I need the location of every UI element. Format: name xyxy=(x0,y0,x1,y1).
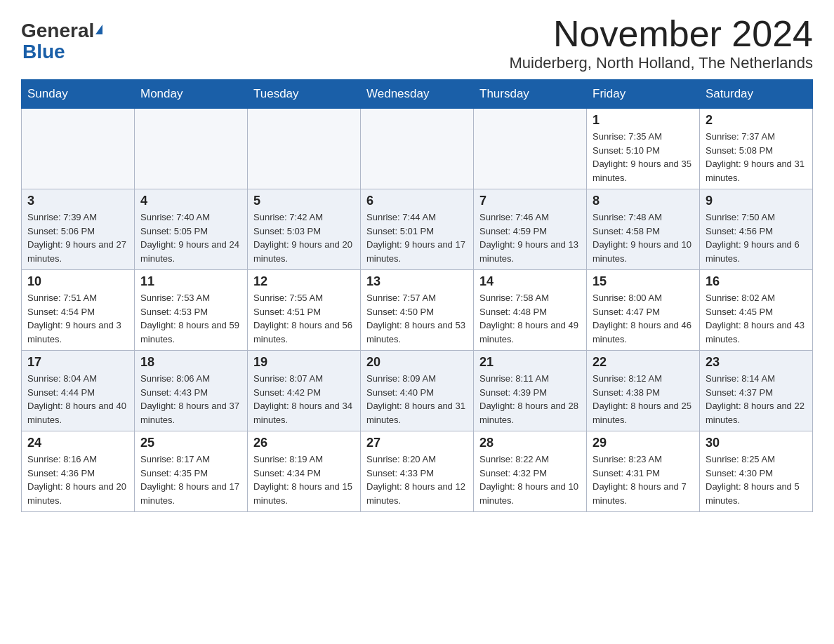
day-number: 24 xyxy=(27,436,128,450)
day-number: 9 xyxy=(706,194,807,208)
day-info: Sunrise: 8:12 AMSunset: 4:38 PMDaylight:… xyxy=(593,373,691,425)
header-sunday: Sunday xyxy=(22,80,135,109)
day-info: Sunrise: 8:22 AMSunset: 4:32 PMDaylight:… xyxy=(479,454,578,506)
day-info: Sunrise: 8:25 AMSunset: 4:30 PMDaylight:… xyxy=(706,454,800,506)
day-info: Sunrise: 8:11 AMSunset: 4:39 PMDaylight:… xyxy=(479,373,578,425)
location-subtitle: Muiderberg, North Holland, The Netherlan… xyxy=(510,54,814,72)
table-row: 26Sunrise: 8:19 AMSunset: 4:34 PMDayligh… xyxy=(248,431,361,512)
day-number: 14 xyxy=(479,274,581,289)
calendar-week-row: 3Sunrise: 7:39 AMSunset: 5:06 PMDaylight… xyxy=(22,189,813,270)
day-info: Sunrise: 7:39 AMSunset: 5:06 PMDaylight:… xyxy=(27,212,126,264)
day-info: Sunrise: 8:04 AMSunset: 4:44 PMDaylight:… xyxy=(27,373,126,425)
table-row: 25Sunrise: 8:17 AMSunset: 4:35 PMDayligh… xyxy=(135,431,248,512)
logo-triangle-icon xyxy=(95,25,102,34)
day-info: Sunrise: 8:06 AMSunset: 4:43 PMDaylight:… xyxy=(140,373,239,425)
day-number: 25 xyxy=(140,436,241,450)
day-info: Sunrise: 7:35 AMSunset: 5:10 PMDaylight:… xyxy=(593,131,691,183)
title-area: November 2024 Muiderberg, North Holland,… xyxy=(510,14,814,72)
day-number: 11 xyxy=(140,274,241,289)
table-row: 11Sunrise: 7:53 AMSunset: 4:53 PMDayligh… xyxy=(135,270,248,351)
logo-blue: Blue xyxy=(21,42,65,62)
calendar-week-row: 24Sunrise: 8:16 AMSunset: 4:36 PMDayligh… xyxy=(22,431,813,512)
table-row xyxy=(248,109,361,189)
page-header: General Blue November 2024 Muiderberg, N… xyxy=(21,14,813,72)
day-number: 29 xyxy=(593,436,694,450)
header-tuesday: Tuesday xyxy=(248,80,361,109)
day-info: Sunrise: 7:51 AMSunset: 4:54 PMDaylight:… xyxy=(27,293,121,344)
day-info: Sunrise: 8:20 AMSunset: 4:33 PMDaylight:… xyxy=(366,454,465,506)
day-number: 4 xyxy=(140,194,241,208)
table-row xyxy=(361,109,474,189)
table-row: 29Sunrise: 8:23 AMSunset: 4:31 PMDayligh… xyxy=(587,431,700,512)
day-info: Sunrise: 7:50 AMSunset: 4:56 PMDaylight:… xyxy=(706,212,800,264)
day-info: Sunrise: 7:37 AMSunset: 5:08 PMDaylight:… xyxy=(706,131,805,183)
day-info: Sunrise: 7:46 AMSunset: 4:59 PMDaylight:… xyxy=(479,212,578,264)
day-number: 22 xyxy=(593,355,694,370)
day-number: 7 xyxy=(479,194,581,208)
day-info: Sunrise: 8:17 AMSunset: 4:35 PMDaylight:… xyxy=(140,454,239,506)
day-info: Sunrise: 7:44 AMSunset: 5:01 PMDaylight:… xyxy=(366,212,465,264)
table-row: 18Sunrise: 8:06 AMSunset: 4:43 PMDayligh… xyxy=(135,351,248,431)
day-number: 5 xyxy=(253,194,355,208)
header-saturday: Saturday xyxy=(700,80,813,109)
day-number: 21 xyxy=(479,355,581,370)
day-number: 30 xyxy=(706,436,807,450)
day-number: 28 xyxy=(479,436,581,450)
day-info: Sunrise: 8:07 AMSunset: 4:42 PMDaylight:… xyxy=(253,373,352,425)
table-row: 12Sunrise: 7:55 AMSunset: 4:51 PMDayligh… xyxy=(248,270,361,351)
table-row: 19Sunrise: 8:07 AMSunset: 4:42 PMDayligh… xyxy=(248,351,361,431)
day-number: 16 xyxy=(706,274,807,289)
day-info: Sunrise: 7:57 AMSunset: 4:50 PMDaylight:… xyxy=(366,293,465,344)
header-monday: Monday xyxy=(135,80,248,109)
table-row: 6Sunrise: 7:44 AMSunset: 5:01 PMDaylight… xyxy=(361,189,474,270)
table-row xyxy=(474,109,587,189)
day-number: 20 xyxy=(366,355,468,370)
day-info: Sunrise: 7:48 AMSunset: 4:58 PMDaylight:… xyxy=(593,212,691,264)
day-number: 23 xyxy=(706,355,807,370)
table-row: 10Sunrise: 7:51 AMSunset: 4:54 PMDayligh… xyxy=(22,270,135,351)
table-row: 24Sunrise: 8:16 AMSunset: 4:36 PMDayligh… xyxy=(22,431,135,512)
day-number: 26 xyxy=(253,436,355,450)
day-number: 27 xyxy=(366,436,468,450)
day-info: Sunrise: 8:14 AMSunset: 4:37 PMDaylight:… xyxy=(706,373,805,425)
day-number: 13 xyxy=(366,274,468,289)
weekday-header-row: Sunday Monday Tuesday Wednesday Thursday… xyxy=(22,80,813,109)
table-row: 21Sunrise: 8:11 AMSunset: 4:39 PMDayligh… xyxy=(474,351,587,431)
table-row: 23Sunrise: 8:14 AMSunset: 4:37 PMDayligh… xyxy=(700,351,813,431)
day-number: 8 xyxy=(593,194,694,208)
day-number: 18 xyxy=(140,355,241,370)
day-info: Sunrise: 8:19 AMSunset: 4:34 PMDaylight:… xyxy=(253,454,352,506)
day-number: 19 xyxy=(253,355,355,370)
header-friday: Friday xyxy=(587,80,700,109)
logo-general: General xyxy=(21,21,102,41)
day-number: 17 xyxy=(27,355,128,370)
day-number: 6 xyxy=(366,194,468,208)
day-number: 1 xyxy=(593,113,694,128)
table-row: 8Sunrise: 7:48 AMSunset: 4:58 PMDaylight… xyxy=(587,189,700,270)
header-thursday: Thursday xyxy=(474,80,587,109)
day-info: Sunrise: 7:58 AMSunset: 4:48 PMDaylight:… xyxy=(479,293,578,344)
month-title: November 2024 xyxy=(510,14,814,54)
day-number: 10 xyxy=(27,274,128,289)
day-number: 2 xyxy=(706,113,807,128)
table-row: 15Sunrise: 8:00 AMSunset: 4:47 PMDayligh… xyxy=(587,270,700,351)
day-info: Sunrise: 8:09 AMSunset: 4:40 PMDaylight:… xyxy=(366,373,465,425)
calendar-week-row: 1Sunrise: 7:35 AMSunset: 5:10 PMDaylight… xyxy=(22,109,813,189)
table-row: 16Sunrise: 8:02 AMSunset: 4:45 PMDayligh… xyxy=(700,270,813,351)
table-row: 4Sunrise: 7:40 AMSunset: 5:05 PMDaylight… xyxy=(135,189,248,270)
day-info: Sunrise: 8:00 AMSunset: 4:47 PMDaylight:… xyxy=(593,293,691,344)
calendar-table: Sunday Monday Tuesday Wednesday Thursday… xyxy=(21,79,813,512)
day-info: Sunrise: 8:02 AMSunset: 4:45 PMDaylight:… xyxy=(706,293,805,344)
table-row xyxy=(135,109,248,189)
day-info: Sunrise: 7:40 AMSunset: 5:05 PMDaylight:… xyxy=(140,212,239,264)
header-wednesday: Wednesday xyxy=(361,80,474,109)
day-number: 15 xyxy=(593,274,694,289)
calendar-week-row: 17Sunrise: 8:04 AMSunset: 4:44 PMDayligh… xyxy=(22,351,813,431)
table-row: 17Sunrise: 8:04 AMSunset: 4:44 PMDayligh… xyxy=(22,351,135,431)
table-row: 1Sunrise: 7:35 AMSunset: 5:10 PMDaylight… xyxy=(587,109,700,189)
table-row: 20Sunrise: 8:09 AMSunset: 4:40 PMDayligh… xyxy=(361,351,474,431)
table-row: 9Sunrise: 7:50 AMSunset: 4:56 PMDaylight… xyxy=(700,189,813,270)
day-number: 3 xyxy=(27,194,128,208)
table-row: 22Sunrise: 8:12 AMSunset: 4:38 PMDayligh… xyxy=(587,351,700,431)
table-row: 3Sunrise: 7:39 AMSunset: 5:06 PMDaylight… xyxy=(22,189,135,270)
